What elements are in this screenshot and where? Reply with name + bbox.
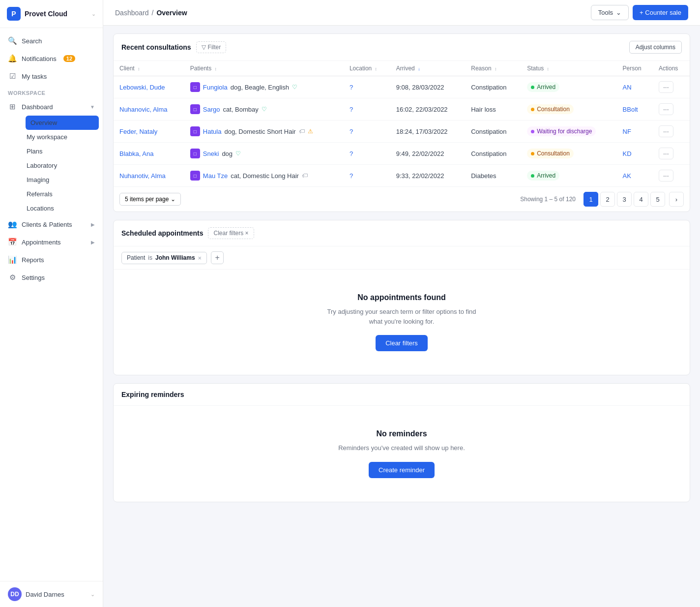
- sidebar-item-appointments[interactable]: 📅 Appointments ▶: [0, 233, 103, 251]
- appointments-icon: 📅: [8, 238, 17, 246]
- per-page-select[interactable]: 5 items per page ⌄: [119, 193, 181, 206]
- location-icon[interactable]: ?: [350, 128, 353, 135]
- location-icon[interactable]: ?: [350, 150, 353, 157]
- sidebar-item-notifications[interactable]: 🔔 Notifications 12: [0, 50, 103, 67]
- client-link[interactable]: Nuhanovic, Alma: [119, 106, 168, 113]
- consultations-table: Client ↕ Patients ↕ Location ↕ Arrived ↓…: [114, 61, 690, 186]
- row-actions-button[interactable]: ···: [659, 103, 673, 115]
- adjust-columns-button[interactable]: Adjust columns: [629, 41, 682, 54]
- sidebar-nav: 🔍 Search 🔔 Notifications 12 ☑ My tasks W…: [0, 28, 103, 290]
- pagination-next[interactable]: ›: [669, 192, 684, 207]
- sidebar-item-label: Locations: [27, 205, 54, 212]
- no-appointments-desc: Try adjusting your search term or filter…: [323, 307, 480, 326]
- no-appointments-state: No appointments found Try adjusting your…: [114, 270, 690, 375]
- arrived-cell: 9:08, 28/03/2022: [390, 76, 465, 98]
- logo-icon: P: [7, 7, 21, 21]
- person-link[interactable]: NF: [623, 128, 631, 135]
- sidebar-item-label: Overview: [30, 119, 57, 126]
- col-actions: Actions: [653, 61, 690, 76]
- col-location: Location ↕: [344, 61, 390, 76]
- pagination-page-2[interactable]: 2: [600, 192, 615, 207]
- tag-icon: 🏷: [299, 128, 305, 135]
- pagination-page-1[interactable]: 1: [583, 192, 598, 207]
- tools-button[interactable]: Tools ⌄: [591, 5, 629, 20]
- no-reminders-state: No reminders Reminders you've created wi…: [114, 406, 690, 502]
- sidebar-item-settings[interactable]: ⚙ Settings: [0, 269, 103, 286]
- person-link[interactable]: KD: [623, 150, 632, 157]
- no-appointments-title: No appointments found: [357, 293, 446, 302]
- sidebar-item-my-tasks[interactable]: ☑ My tasks: [0, 67, 103, 85]
- person-link[interactable]: AK: [623, 172, 631, 180]
- filter-row: Patient is John Williams × +: [114, 246, 690, 270]
- reason-cell: Constipation: [465, 121, 521, 143]
- patient-link[interactable]: Mau Tze: [203, 172, 228, 180]
- table-row: Blabka, Ana □ Sneki dog ♡ ?9:49, 22/02/2…: [114, 143, 690, 165]
- add-filter-button[interactable]: +: [211, 251, 224, 264]
- footer-chevron-icon: ⌄: [90, 591, 95, 598]
- filter-remove-button[interactable]: ×: [198, 254, 202, 262]
- app-name: Provet Cloud: [25, 10, 67, 18]
- sidebar-item-clients-patients[interactable]: 👥 Clients & Patients ▶: [0, 215, 103, 233]
- patient-link[interactable]: Sneki: [203, 150, 219, 157]
- recent-consultations-card: Recent consultations ▽ Filter Adjust col…: [113, 33, 690, 212]
- tag-icon: 🏷: [302, 172, 308, 179]
- sidebar-item-plans[interactable]: Plans: [22, 144, 103, 158]
- location-icon[interactable]: ?: [350, 172, 353, 180]
- patient-type-icon: □: [190, 104, 200, 114]
- client-link[interactable]: Feder, Nataly: [119, 128, 157, 135]
- breadcrumb-parent[interactable]: Dashboard: [115, 9, 149, 17]
- pagination-page-4[interactable]: 4: [634, 192, 648, 207]
- status-badge: Arrived: [527, 171, 559, 181]
- location-icon[interactable]: ?: [350, 106, 353, 113]
- clear-filters-header-button[interactable]: Clear filters ×: [208, 227, 254, 239]
- patient-link[interactable]: Hatula: [203, 128, 222, 135]
- sidebar-item-label: My tasks: [22, 73, 47, 80]
- app-logo[interactable]: P Provet Cloud ⌄: [0, 0, 103, 28]
- sidebar-item-locations[interactable]: Locations: [22, 201, 103, 215]
- reason-cell: Constipation: [465, 143, 521, 165]
- breadcrumb-current: Overview: [156, 9, 187, 17]
- client-link[interactable]: Blabka, Ana: [119, 150, 153, 157]
- recent-consultations-title: Recent consultations: [121, 43, 191, 51]
- patient-link[interactable]: Sargo: [203, 106, 220, 113]
- row-actions-button[interactable]: ···: [659, 125, 673, 137]
- breadcrumb-sep: /: [152, 9, 154, 17]
- create-reminder-button[interactable]: Create reminder: [369, 462, 435, 478]
- row-actions-button[interactable]: ···: [659, 170, 673, 182]
- patient-type-icon: □: [190, 82, 200, 92]
- top-bar: Dashboard / Overview Tools ⌄ + Counter s…: [103, 0, 700, 26]
- status-badge: Waiting for discharge: [527, 126, 596, 136]
- heart-icon: ♡: [235, 150, 241, 157]
- pagination-page-5[interactable]: 5: [650, 192, 665, 207]
- arrived-cell: 9:49, 22/02/2022: [390, 143, 465, 165]
- user-footer[interactable]: DD David Darnes ⌄: [0, 581, 103, 607]
- clear-filters-button[interactable]: Clear filters: [376, 335, 428, 351]
- col-reason: Reason ↕: [465, 61, 521, 76]
- sidebar-item-overview[interactable]: Overview: [26, 116, 99, 130]
- location-icon[interactable]: ?: [350, 84, 353, 91]
- sidebar-item-referrals[interactable]: Referrals: [22, 187, 103, 201]
- pagination-page-3[interactable]: 3: [617, 192, 632, 207]
- avatar: DD: [8, 587, 22, 601]
- client-link[interactable]: Lebowski, Dude: [119, 84, 165, 91]
- person-link[interactable]: AN: [623, 84, 632, 91]
- dashboard-icon: ⊞: [8, 102, 17, 111]
- sidebar-item-label: Appointments: [22, 239, 61, 246]
- status-badge: Consultation: [527, 104, 574, 114]
- sidebar-item-laboratory[interactable]: Laboratory: [22, 158, 103, 173]
- sidebar-item-my-workspace[interactable]: My workspace: [22, 130, 103, 144]
- sidebar-item-imaging[interactable]: Imaging: [22, 173, 103, 187]
- sidebar-item-dashboard[interactable]: ⊞ Dashboard ▼: [0, 98, 103, 116]
- client-link[interactable]: Nuhanotiv, Alma: [119, 172, 166, 180]
- filter-button[interactable]: ▽ Filter: [196, 41, 227, 53]
- row-actions-button[interactable]: ···: [659, 148, 673, 159]
- sidebar-item-search[interactable]: 🔍 Search: [0, 32, 103, 50]
- patient-link[interactable]: Fungiola: [203, 84, 228, 91]
- person-link[interactable]: BBolt: [623, 106, 638, 113]
- status-badge: Arrived: [527, 82, 559, 92]
- counter-sale-button[interactable]: + Counter sale: [633, 5, 688, 20]
- row-actions-button[interactable]: ···: [659, 81, 673, 93]
- status-badge: Consultation: [527, 149, 574, 158]
- sidebar-item-reports[interactable]: 📊 Reports: [0, 251, 103, 269]
- bell-icon: 🔔: [8, 54, 17, 63]
